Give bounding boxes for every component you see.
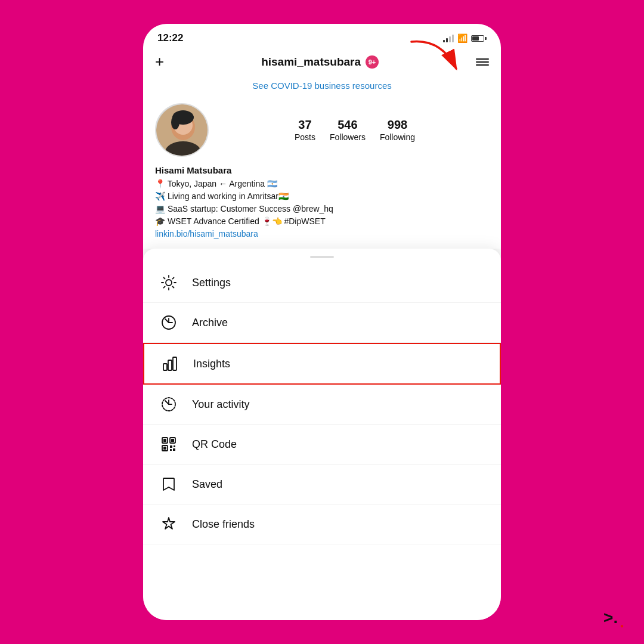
menu-item-saved[interactable]: Saved [143,465,501,504]
bio-link[interactable]: linkin.bio/hisami_matsubara [155,228,489,240]
bio-line-4: 🎓 WSET Advance Certified 🍷👈 #DipWSET [155,215,489,228]
status-bar: 12:22 📶 [143,24,501,49]
svg-marker-23 [163,518,175,529]
settings-label: Settings [192,277,231,289]
bio-line-2: ✈️ Living and working in Amritsar🇮🇳 [155,190,489,203]
svg-rect-21 [170,449,172,451]
stats-row: 37 Posts 546 Followers 998 Following [221,118,489,143]
bottom-sheet: Settings Archive [143,249,501,620]
profile-name: Hisami Matsubara [155,165,489,175]
hamburger-menu-button[interactable] [476,58,489,66]
nav-bar: + hisami_matsubara 9+ [143,49,501,77]
menu-item-insights[interactable]: Insights [143,343,501,385]
svg-rect-9 [163,364,167,370]
wifi-icon: 📶 [457,33,467,43]
following-stat: 998 Following [380,118,415,143]
username-wrap: hisami_matsubara 9+ [261,55,379,69]
qr-code-label: QR Code [192,438,237,451]
avatar [155,103,209,157]
username-label: hisami_matsubara [261,55,361,69]
posts-stat: 37 Posts [295,118,315,143]
bio-line-3: 💻 SaaS startup: Customer Success @brew_h… [155,203,489,215]
qr-icon [160,435,178,453]
svg-rect-11 [173,357,177,370]
bio-text: 📍 Tokyo, Japan ← Argentina 🇦🇷 ✈️ Living … [155,178,489,240]
cursor-logo: >. ● [603,609,626,626]
activity-icon [160,395,178,413]
status-time: 12:22 [157,32,183,44]
close-friends-label: Close friends [192,518,255,531]
archive-icon [160,314,178,332]
notification-badge[interactable]: 9+ [366,55,379,69]
svg-point-6 [171,115,179,129]
svg-point-7 [166,280,172,286]
svg-rect-19 [170,445,172,448]
your-activity-label: Your activity [192,398,249,411]
menu-item-settings[interactable]: Settings [143,263,501,303]
handle-bar [310,256,334,258]
posts-count: 37 [295,118,315,132]
cursor-logo-text: >. [603,608,618,627]
settings-icon [160,274,178,292]
followers-label: Followers [330,132,366,142]
covid-banner[interactable]: See COVID-19 business resources [143,77,501,97]
svg-rect-14 [163,439,166,442]
menu-list: Settings Archive [143,263,501,620]
menu-item-close-friends[interactable]: Close friends [143,504,501,544]
svg-rect-20 [174,445,175,447]
saved-icon [160,475,178,493]
svg-rect-22 [173,448,175,451]
followers-count: 546 [330,118,366,132]
signal-icon [443,34,454,42]
battery-icon [471,35,487,42]
bio-line-1: 📍 Tokyo, Japan ← Argentina 🇦🇷 [155,178,489,190]
add-button[interactable]: + [155,52,164,71]
menu-item-your-activity[interactable]: Your activity [143,385,501,425]
following-count: 998 [380,118,415,132]
bio: Hisami Matsubara 📍 Tokyo, Japan ← Argent… [143,165,501,249]
covid-link[interactable]: See COVID-19 business resources [252,80,391,91]
saved-label: Saved [192,478,222,491]
svg-rect-18 [163,447,166,450]
svg-rect-16 [171,439,174,442]
followers-stat: 546 Followers [330,118,366,143]
insights-icon [161,355,179,373]
posts-label: Posts [295,132,315,142]
menu-item-qr-code[interactable]: QR Code [143,425,501,465]
profile-info: 37 Posts 546 Followers 998 Following [143,97,501,165]
phone-frame: 12:22 📶 + hisami_matsubara 9+ [143,24,501,620]
archive-label: Archive [192,317,228,329]
profile-area: 12:22 📶 + hisami_matsubara 9+ [143,24,501,249]
menu-item-archive[interactable]: Archive [143,303,501,343]
insights-label: Insights [193,358,230,370]
sheet-handle [143,249,501,263]
status-icons: 📶 [443,33,487,43]
svg-rect-10 [168,360,172,370]
close-friends-icon [160,515,178,533]
following-label: Following [380,132,415,142]
